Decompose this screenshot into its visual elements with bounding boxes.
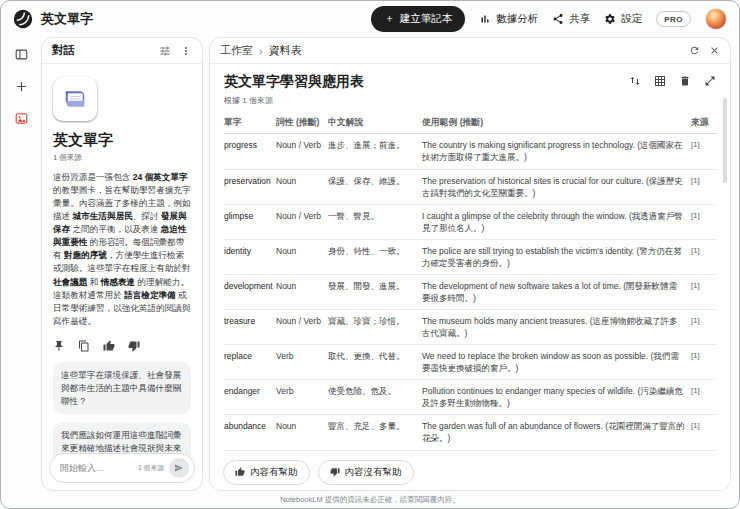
summary-text: 、探討 (133, 211, 161, 221)
avatar[interactable] (705, 8, 727, 30)
thumb-up-icon (235, 467, 245, 477)
feedback-not-helpful-button[interactable]: 內容沒有幫助 (318, 460, 414, 485)
thumb-up-icon[interactable] (103, 340, 115, 352)
grid-icon[interactable] (654, 75, 666, 87)
pos-cell: Noun / Verb (276, 134, 328, 169)
app-title: 英文單字 (41, 10, 93, 28)
column-header: 詞性 (推斷) (276, 113, 328, 134)
add-icon[interactable] (14, 79, 29, 94)
definition-cell: 取代、更換、代替。 (328, 345, 422, 380)
word-cell: development (224, 274, 276, 309)
source-cell: [1] (691, 415, 716, 450)
table-row: campaignNoun / Verb活動、運動（如競選、廣告活動）。The m… (224, 450, 716, 454)
close-icon[interactable] (709, 45, 720, 56)
example-cell: The museum holds many ancient treasures.… (422, 310, 691, 345)
more-vertical-icon[interactable] (180, 45, 192, 57)
pos-cell: Noun / Verb (276, 310, 328, 345)
pos-cell: Noun / Verb (276, 450, 328, 454)
source-cell: [1] (691, 274, 716, 309)
expand-icon[interactable] (704, 75, 716, 87)
studio-panel-header: 工作室 › 資料表 (210, 38, 730, 64)
refresh-icon[interactable] (689, 45, 700, 56)
example-cell: The development of new software takes a … (422, 274, 691, 309)
summary-actions (53, 340, 191, 352)
pro-badge: PRO (656, 11, 691, 27)
word-cell: glimpse (224, 204, 276, 239)
settings-label: 設定 (621, 12, 642, 26)
thumb-down-icon (330, 467, 340, 477)
definition-cell: 身份、特性、一致。 (328, 239, 422, 274)
trash-icon[interactable] (679, 75, 691, 87)
summary-keyword: 語言檢定準備 (124, 290, 176, 300)
send-button[interactable] (169, 458, 189, 478)
thumb-down-icon[interactable] (128, 340, 140, 352)
feedback-not-helpful-label: 內容沒有幫助 (345, 466, 402, 479)
definition-cell: 保護、保存、維護。 (328, 169, 422, 204)
app-window: 英文單字 ＋ 建立筆記本 數據分析 共享 (0, 0, 740, 509)
vocab-table-body: progressNoun / Verb進步、進展；前進。The country … (224, 134, 716, 454)
image-icon[interactable] (14, 111, 29, 126)
input-source-count: 1 個來源 (138, 463, 164, 473)
notebooklm-logo-icon[interactable] (13, 9, 33, 29)
column-header: 使用範例 (推斷) (422, 113, 691, 134)
settings-button[interactable]: 設定 (604, 12, 642, 26)
datatable-subtitle: 根據 1 個來源 (224, 95, 716, 106)
share-icon (552, 13, 564, 25)
topbar-actions: ＋ 建立筆記本 數據分析 共享 設定 PRO (371, 6, 727, 32)
table-row: replaceVerb取代、更換、代替。We need to replace t… (224, 345, 716, 380)
source-cell: [1] (691, 450, 716, 454)
source-cell: [1] (691, 310, 716, 345)
feedback-helpful-label: 內容有幫助 (250, 466, 298, 479)
example-cell: We need to replace the broken window as … (422, 345, 691, 380)
table-row: abundanceNoun豐富、充足、多量。The garden was ful… (224, 415, 716, 450)
chat-panel: 對話 (41, 37, 203, 491)
word-cell: abundance (224, 415, 276, 450)
convert-icon[interactable] (629, 75, 641, 87)
create-notebook-button[interactable]: ＋ 建立筆記本 (371, 6, 465, 32)
table-row: glimpseNoun / Verb一瞥、瞥見。I caught a glimp… (224, 204, 716, 239)
source-count: 1 個來源 (53, 153, 191, 163)
feedback-bar: 內容有幫助 內容沒有幫助 (210, 454, 730, 490)
column-header: 中文解說 (328, 113, 422, 134)
copy-icon[interactable] (78, 340, 90, 352)
example-cell: The country is making significant progre… (422, 134, 691, 169)
gear-icon (604, 13, 616, 25)
analytics-label: 數據分析 (496, 12, 538, 26)
source-cell: [1] (691, 380, 716, 415)
word-cell: treasure (224, 310, 276, 345)
datatable-title: 英文單字學習與應用表 (224, 73, 364, 91)
pos-cell: Noun (276, 169, 328, 204)
source-cell: [1] (691, 169, 716, 204)
scrollbar-thumb[interactable] (723, 98, 727, 183)
suggestion-chip[interactable]: 這些單字在環境保護、社會發展與都市生活的主題中具備什麼關聯性？ (53, 362, 191, 415)
collapse-panel-icon[interactable] (14, 47, 29, 62)
summary-text: 之間的平衡，以及表達 (70, 224, 161, 234)
tune-icon[interactable] (159, 45, 171, 57)
table-row: preservationNoun保護、保存、維護。The preservatio… (224, 169, 716, 204)
source-cell: [1] (691, 134, 716, 169)
source-cell: [1] (691, 239, 716, 274)
share-button[interactable]: 共享 (552, 12, 590, 26)
chat-input[interactable] (60, 463, 133, 473)
source-title: 英文單字 (53, 131, 191, 150)
summary-text: 這份資源是一張包含 (53, 172, 133, 182)
feedback-helpful-button[interactable]: 內容有幫助 (223, 460, 310, 485)
analytics-icon (479, 13, 491, 25)
analytics-button[interactable]: 數據分析 (479, 12, 538, 26)
pos-cell: Verb (276, 380, 328, 415)
word-cell: preservation (224, 169, 276, 204)
pos-cell: Noun / Verb (276, 204, 328, 239)
table-row: endangerVerb使受危險、危及。Pollution continues … (224, 380, 716, 415)
datatable-content: 英文單字學習與應用表 (210, 64, 730, 454)
table-row: developmentNoun發展、開發、進展。The development … (224, 274, 716, 309)
example-cell: The preservation of historical sites is … (422, 169, 691, 204)
pin-icon[interactable] (53, 340, 65, 352)
book-icon (58, 82, 92, 116)
definition-cell: 進步、進展；前進。 (328, 134, 422, 169)
table-header-row: 單字詞性 (推斷)中文解說使用範例 (推斷)來源 (224, 113, 716, 134)
example-cell: The marketing campaign was very successf… (422, 450, 691, 454)
chat-content: 英文單字 1 個來源 這份資源是一張包含 24 個英文單字 的教學圖卡，旨在幫助… (42, 64, 202, 490)
breadcrumb-studio[interactable]: 工作室 (220, 43, 253, 58)
summary-text: 和 (87, 277, 100, 287)
word-cell: endanger (224, 380, 276, 415)
